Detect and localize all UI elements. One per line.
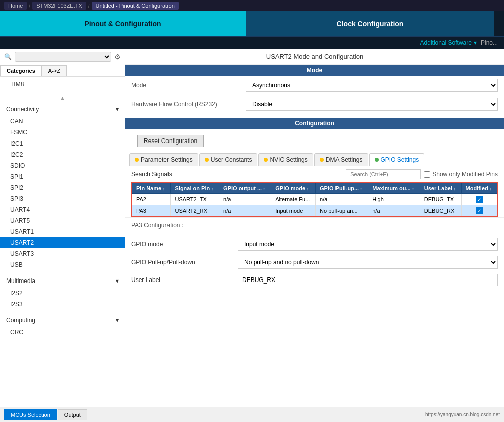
mode-row: Mode Asynchronous (125, 76, 504, 95)
col-gpio-output[interactable]: GPIO output ... (219, 183, 271, 194)
header-spacer (494, 11, 504, 36)
cell-pa2-gpio-pull: n/a (316, 194, 368, 205)
breadcrumb-sep-2: / (88, 3, 90, 9)
show-modified-check[interactable] (424, 171, 430, 178)
computing-header[interactable]: Computing ▾ (0, 314, 125, 327)
col-pin-name[interactable]: Pin Name (132, 183, 171, 194)
search-signals-row: Search Signals Show only Modified Pins (125, 166, 504, 182)
sidebar-item-spi2[interactable]: SPI2 (0, 182, 125, 193)
sidebar-item-i2s3[interactable]: I2S3 (0, 299, 125, 310)
pa3-user-label-input[interactable] (238, 274, 498, 286)
hw-flow-select[interactable]: Disable (246, 98, 498, 111)
pa3-gpio-pull-row: GPIO Pull-up/Pull-down No pull-up and no… (131, 253, 498, 271)
multimedia-chevron-icon: ▾ (116, 277, 119, 285)
sidebar-item-i2c1[interactable]: I2C1 (0, 138, 125, 149)
breadcrumb-current[interactable]: Untitled - Pinout & Configuration (92, 2, 179, 10)
connectivity-header[interactable]: Connectivity ▾ (0, 103, 125, 116)
tab-pinout[interactable]: Pinout & Configuration (0, 11, 246, 36)
breadcrumb-sep-1: / (29, 3, 30, 9)
signals-table: Pin Name Signal on Pin GPIO output ... G… (131, 182, 498, 217)
cell-pa2-pin: PA2 (132, 194, 171, 205)
sidebar-item-usb[interactable]: USB (0, 259, 125, 270)
cell-pa3-user-label: DEBUG_RX (420, 205, 461, 217)
sidebar-item-spi1[interactable]: SPI1 (0, 171, 125, 182)
content-area: USART2 Mode and Configuration Mode Mode … (125, 49, 504, 407)
pa3-gpio-mode-control: Input mode (238, 238, 498, 251)
show-modified-label: Show only Modified Pins (432, 171, 498, 178)
search-signal-input[interactable] (346, 169, 421, 179)
sidebar-item-spi3[interactable]: SPI3 (0, 193, 125, 204)
cell-pa3-modified: ✓ (461, 205, 497, 217)
gear-icon[interactable]: ⚙ (114, 53, 121, 61)
sidebar-item-usart1[interactable]: USART1 (0, 226, 125, 237)
cell-pa2-user-label: DEBUG_TX (420, 194, 461, 205)
mode-select[interactable]: Asynchronous (246, 79, 498, 92)
pa3-user-label-control (238, 274, 498, 286)
pa3-gpio-pull-select[interactable]: No pull-up and no pull-down (238, 256, 498, 269)
sidebar-item-usart3[interactable]: USART3 (0, 248, 125, 259)
sidebar-section-computing: Computing ▾ CRC (0, 312, 125, 340)
bottom-tab-mcus[interactable]: MCUs Selection (4, 409, 57, 420)
sidebar-item-usart2[interactable]: USART2 (0, 237, 125, 248)
show-modified-checkbox[interactable]: Show only Modified Pins (424, 171, 498, 178)
table-header-row: Pin Name Signal on Pin GPIO output ... G… (132, 183, 497, 194)
scroll-up-arrow[interactable]: ▲ (0, 94, 125, 103)
breadcrumb-home[interactable]: Home (4, 2, 27, 10)
col-gpio-mode[interactable]: GPIO mode (271, 183, 316, 194)
tab-gpio-settings[interactable]: GPIO Settings (369, 153, 425, 166)
search-dropdown[interactable] (15, 52, 111, 62)
col-gpio-pull[interactable]: GPIO Pull-up... (316, 183, 368, 194)
mode-label: Mode (131, 82, 242, 89)
pa3-user-label-label: User Label (131, 276, 232, 284)
tab-dma-settings[interactable]: DMA Settings (314, 153, 368, 166)
tab-nvic-settings[interactable]: NVIC Settings (258, 153, 313, 166)
col-user-label[interactable]: User Label (420, 183, 461, 194)
main-layout: 🔍 ⚙ Categories A->Z TIM8 ▲ Connectivity … (0, 49, 504, 407)
pa2-modified-check: ✓ (476, 196, 483, 203)
sidebar-item-tim8[interactable]: TIM8 (0, 79, 125, 90)
sidebar-section-connectivity: ▲ Connectivity ▾ CAN FSMC I2C1 I2C2 SDIO… (0, 92, 125, 272)
col-modified[interactable]: Modified (461, 183, 497, 194)
sidebar-item-fsmc[interactable]: FSMC (0, 127, 125, 138)
connectivity-label: Connectivity (6, 106, 39, 113)
sidebar-tabs: Categories A->Z (0, 65, 125, 77)
sidebar-item-can[interactable]: CAN (0, 116, 125, 127)
col-signal-on-pin[interactable]: Signal on Pin (171, 183, 219, 194)
bottom-bar: MCUs Selection Output https://yangyuan.c… (0, 407, 504, 422)
sidebar-item-sdio[interactable]: SDIO (0, 160, 125, 171)
sidebar: 🔍 ⚙ Categories A->Z TIM8 ▲ Connectivity … (0, 49, 125, 407)
gpio-settings-dot (375, 158, 379, 162)
sub-header: Additional Software ▾ Pino... (0, 36, 504, 49)
pa3-gpio-mode-row: GPIO mode Input mode (131, 235, 498, 253)
cell-pa3-gpio-pull: No pull-up an... (316, 205, 368, 217)
search-signals-right: Show only Modified Pins (346, 169, 498, 179)
multimedia-header[interactable]: Multimedia ▾ (0, 274, 125, 288)
cell-pa2-signal: USART2_TX (171, 194, 219, 205)
header-tabs: Pinout & Configuration Clock Configurati… (0, 11, 504, 36)
config-tabs: Parameter Settings User Constants NVIC S… (125, 153, 504, 166)
sidebar-item-uart5[interactable]: UART5 (0, 215, 125, 226)
bottom-url: https://yangyuan.cn.blog.csdn.net (425, 412, 500, 417)
search-signals-label: Search Signals (131, 171, 172, 178)
tab-categories[interactable]: Categories (0, 65, 42, 76)
sidebar-item-uart4[interactable]: UART4 (0, 204, 125, 215)
reset-config-button[interactable]: Reset Configuration (137, 135, 204, 147)
tab-az[interactable]: A->Z (42, 65, 67, 76)
nvic-settings-dot (264, 158, 268, 162)
pa3-config: PA3 Configuration : GPIO mode Input mode… (125, 217, 504, 293)
tab-parameter-settings[interactable]: Parameter Settings (129, 153, 198, 166)
sidebar-item-i2c2[interactable]: I2C2 (0, 149, 125, 160)
col-max-output[interactable]: Maximum ou... (368, 183, 420, 194)
breadcrumb-stm32[interactable]: STM32F103ZE.TX (32, 2, 86, 10)
tab-clock[interactable]: Clock Configuration (246, 11, 494, 36)
sidebar-item-crc[interactable]: CRC (0, 327, 125, 338)
additional-software-menu[interactable]: Additional Software ▾ (420, 39, 477, 46)
sidebar-item-i2s2[interactable]: I2S2 (0, 288, 125, 299)
pa3-gpio-mode-select[interactable]: Input mode (238, 238, 498, 251)
cell-pa3-gpio-output: n/a (219, 205, 271, 217)
tab-user-constants[interactable]: User Constants (199, 153, 258, 166)
cell-pa2-gpio-output: n/a (219, 194, 271, 205)
cell-pa3-max-output: n/a (368, 205, 420, 217)
pa3-modified-check: ✓ (476, 207, 483, 214)
bottom-tab-output[interactable]: Output (58, 409, 87, 420)
